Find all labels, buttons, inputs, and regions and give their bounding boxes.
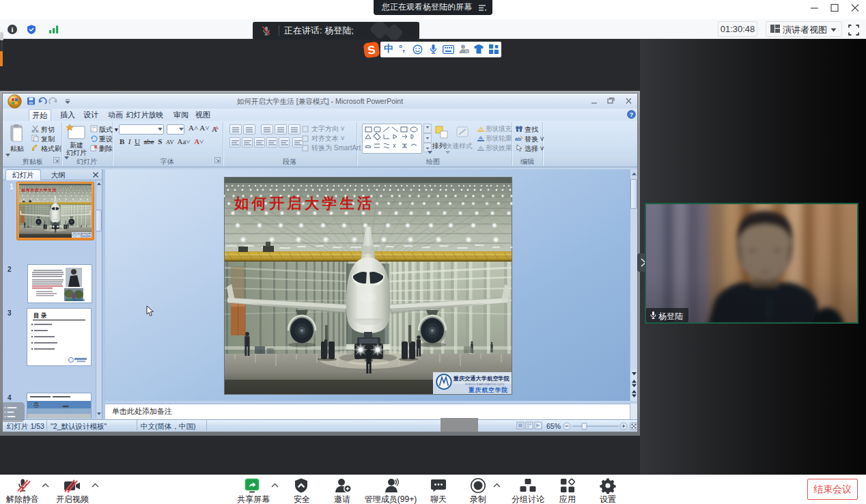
svg-text:目 录: 目 录 (33, 312, 47, 319)
svg-text:i: i (11, 25, 13, 33)
svg-text:S: S (367, 43, 376, 57)
svg-text:ab: ab (515, 136, 521, 142)
